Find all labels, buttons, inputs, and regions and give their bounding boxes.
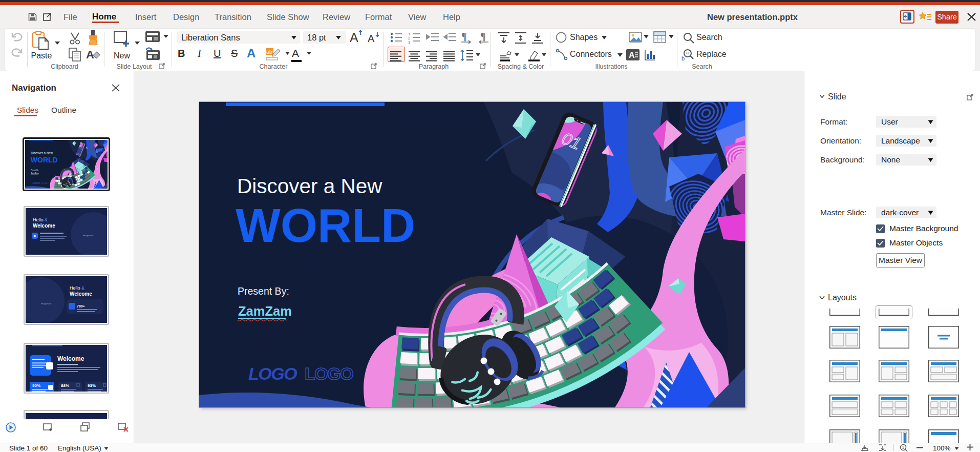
svg-text:A: A	[350, 30, 358, 44]
svg-text:A: A	[86, 48, 94, 61]
svg-text:ZamZam: ZamZam	[238, 304, 292, 318]
svg-text:1: 1	[902, 445, 905, 450]
svg-text:Hello &: Hello &	[70, 285, 84, 291]
svg-text:WORLD: WORLD	[236, 199, 415, 252]
svg-text:b: b	[681, 55, 685, 61]
svg-text:¶: ¶	[461, 31, 467, 42]
svg-text:LOGO: LOGO	[248, 364, 297, 383]
svg-text:Hello &: Hello &	[33, 217, 48, 222]
svg-text:Image here: Image here	[83, 234, 94, 237]
svg-text:ab: ab	[266, 49, 272, 55]
svg-text:Welcome: Welcome	[33, 223, 55, 229]
svg-text:93%: 93%	[88, 383, 96, 388]
svg-text:700+: 700+	[77, 304, 85, 308]
svg-text:Welcome: Welcome	[70, 291, 92, 297]
svg-text:Present By:: Present By:	[238, 285, 289, 297]
svg-text:Discover a New: Discover a New	[237, 174, 382, 198]
svg-text:■: ■	[34, 234, 36, 238]
svg-text:88%: 88%	[61, 383, 69, 388]
svg-text:LOGO: LOGO	[305, 364, 353, 383]
svg-text:A: A	[368, 33, 375, 44]
svg-text:Image here: Image here	[41, 302, 52, 305]
svg-text:90%: 90%	[32, 383, 40, 388]
svg-text:3: 3	[408, 40, 410, 44]
svg-text:Welcome: Welcome	[57, 355, 84, 362]
svg-text:A: A	[629, 51, 635, 59]
svg-text:a: a	[686, 50, 689, 55]
